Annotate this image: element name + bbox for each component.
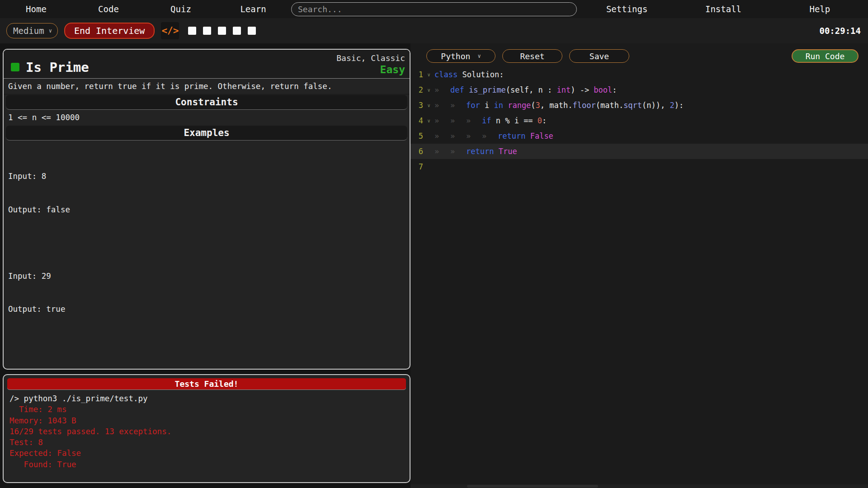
nav-right-group: Settings Install Help (579, 4, 868, 14)
code-token: bool (594, 85, 612, 94)
line-number: 3 (415, 101, 423, 110)
code-line[interactable]: 1∨class Solution: (410, 67, 868, 82)
code-token: range (508, 101, 531, 110)
code-line[interactable]: 4∨»»»if n % i == 0: (410, 113, 868, 128)
run-code-button[interactable]: Run Code (792, 49, 859, 63)
code-token: return (466, 147, 494, 156)
code-token (494, 147, 498, 156)
code-token: False (530, 131, 553, 141)
scrollbar-thumb[interactable] (467, 485, 598, 488)
language-select-value: Python (441, 52, 470, 61)
fold-chevron-icon[interactable]: ∨ (423, 103, 434, 108)
code-text: »»return True (434, 147, 517, 156)
code-text: »»»if n % i == 0: (434, 116, 547, 125)
code-token: floor (573, 101, 596, 110)
line-number: 5 (415, 131, 423, 141)
fold-chevron-icon[interactable]: ∨ (423, 118, 434, 124)
code-token: 2 (670, 101, 675, 110)
problem-difficulty-badge: Easy (380, 64, 405, 75)
code-token (525, 131, 530, 141)
difficulty-select[interactable]: Medium ∨ (6, 23, 58, 38)
code-token (503, 101, 508, 110)
example-line (8, 237, 410, 249)
problem-description: Given a number, return true if it is pri… (4, 79, 410, 94)
code-line[interactable]: 7 (410, 159, 868, 174)
problem-title-band: Is Prime Basic, Classic Easy (4, 50, 410, 79)
line-number: 4 (415, 116, 423, 125)
chevron-down-icon: ∨ (49, 28, 52, 34)
nav-item-help[interactable]: Help (772, 4, 868, 14)
nav-item-settings[interactable]: Settings (579, 4, 675, 14)
nav-item-install[interactable]: Install (675, 4, 771, 14)
reset-button[interactable]: Reset (502, 49, 562, 63)
difficulty-select-value: Medium (13, 26, 44, 36)
console-line: 16/29 tests passed. 13 exceptions. (9, 426, 410, 437)
console-line: Expected: False (9, 448, 410, 459)
code-token: , math. (540, 101, 573, 110)
end-interview-button[interactable]: End Interview (64, 23, 155, 39)
console-line: Test: 8 (9, 437, 410, 448)
progress-square (203, 27, 211, 35)
fold-chevron-icon[interactable]: ∨ (423, 87, 434, 93)
console-line: Memory: 1043 B (9, 415, 410, 426)
problem-tags: Basic, Classic (336, 53, 405, 63)
indent-guide: » (434, 147, 450, 156)
problem-status-dot (11, 63, 19, 71)
indent-guide: » (450, 131, 466, 141)
indent-guide: » (434, 101, 450, 110)
nav-item-learn[interactable]: Learn (217, 4, 289, 14)
code-token: (self, n : (506, 85, 557, 94)
code-line[interactable]: 2∨»def is_prime(self, n : int) -> bool: (410, 82, 868, 98)
search-wrap (289, 2, 579, 16)
progress-square (188, 27, 196, 35)
interview-toolbar: Medium ∨ End Interview </> 00:29:14 (0, 18, 868, 43)
code-text: »»for i in range(3, math.floor(math.sqrt… (434, 101, 684, 110)
problem-panel: Is Prime Basic, Classic Easy Given a num… (3, 49, 410, 370)
code-token: True (499, 147, 517, 156)
chevron-down-icon: ∨ (477, 53, 481, 59)
console-line: Found: True (9, 459, 410, 470)
language-select[interactable]: Python ∨ (426, 49, 495, 63)
indent-guide: » (434, 116, 450, 125)
examples-box: Input: 8 Output: false Input: 29 Output:… (4, 141, 410, 337)
code-token: Solution: (458, 70, 504, 79)
indent-guide: » (466, 116, 482, 125)
indent-guide: » (434, 131, 450, 141)
progress-square (233, 27, 241, 35)
constraint-text: 1 <= n <= 10000 (4, 110, 410, 125)
code-editor[interactable]: 1∨class Solution:2∨»def is_prime(self, n… (410, 67, 868, 174)
code-token: in (494, 101, 503, 110)
code-line[interactable]: 5»»»»return False (410, 128, 868, 144)
search-input[interactable] (291, 2, 577, 16)
nav-item-code[interactable]: Code (72, 4, 145, 14)
line-number: 7 (415, 162, 423, 171)
code-token: 0 (538, 116, 542, 125)
code-token: def (450, 85, 464, 94)
problem-title: Is Prime (26, 60, 89, 75)
code-token: : (542, 116, 547, 125)
progress-square (248, 27, 256, 35)
example-line: Input: 29 (8, 271, 410, 282)
nav-item-quiz[interactable]: Quiz (145, 4, 217, 14)
indent-guide: » (450, 116, 466, 125)
save-button[interactable]: Save (569, 49, 629, 63)
code-token: i (480, 101, 494, 110)
code-text: class Solution: (434, 70, 504, 79)
indent-guide: » (450, 147, 466, 156)
code-line[interactable]: 3∨»»for i in range(3, math.floor(math.sq… (410, 98, 868, 113)
nav-item-home[interactable]: Home (0, 4, 72, 14)
fold-chevron-icon[interactable]: ∨ (423, 72, 434, 78)
indent-guide: » (450, 101, 466, 110)
line-number: 6 (415, 147, 423, 156)
constraints-header: Constraints (6, 95, 407, 110)
console-line: Time: 2 ms (9, 404, 410, 415)
code-text: »def is_prime(self, n : int) -> bool: (434, 85, 617, 94)
horizontal-scrollbar[interactable] (410, 484, 868, 488)
code-line[interactable]: 6»»return True (410, 144, 868, 159)
code-icon[interactable]: </> (161, 22, 179, 39)
tests-failed-banner: Tests Failed! (7, 378, 406, 389)
example-line: Output: true (8, 304, 410, 315)
indent-guide: » (482, 131, 498, 141)
indent-guide: » (466, 131, 482, 141)
code-token: ( (531, 101, 535, 110)
